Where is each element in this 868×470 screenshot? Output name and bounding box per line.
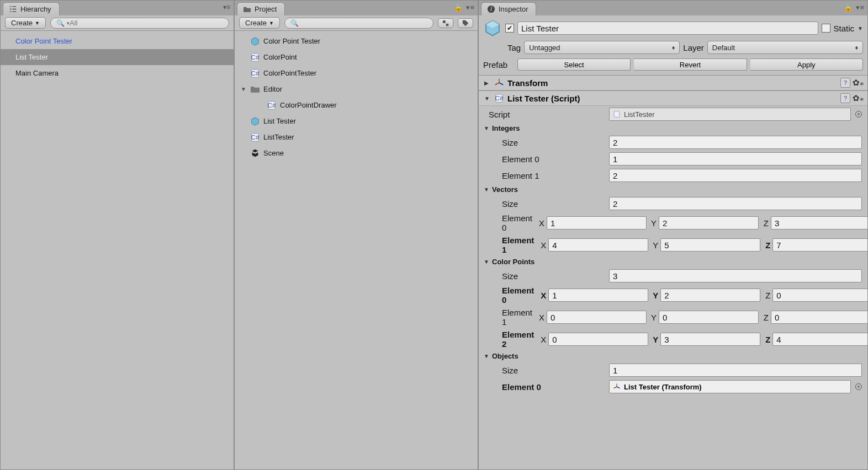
gameobject-name-input[interactable] [517, 22, 818, 35]
objects-el0-field[interactable]: List Tester (Transform) [609, 380, 851, 393]
vectors-size-input[interactable] [609, 197, 862, 210]
integers-foldout[interactable]: ▼ Integers [479, 122, 867, 134]
prefab-revert-button[interactable]: Revert [634, 58, 747, 71]
integers-el0-input[interactable] [609, 152, 862, 165]
script-component-header[interactable]: ▼ C# List Tester (Script) ? ✿⁎ [479, 91, 867, 106]
help-icon[interactable]: ? [840, 78, 850, 88]
dropdown-caret-icon: ♦ [855, 44, 858, 51]
vec1-x-input[interactable] [548, 238, 648, 252]
csharp-script-icon: C# [250, 68, 261, 79]
unity-scene-icon [250, 148, 261, 159]
y-label: Y [649, 218, 657, 228]
objects-size-input[interactable] [609, 364, 862, 377]
size-label: Size [489, 366, 605, 375]
project-search-input[interactable] [301, 19, 427, 27]
vec1-z-input[interactable] [772, 238, 867, 252]
svg-text:i: i [490, 5, 492, 13]
tag-label: Tag [507, 43, 521, 52]
transform-component: ▶ Transform ? ✿⁎ [479, 75, 867, 90]
hierarchy-panel: Hierarchy ▾≡ Create ▼ 🔍 ▾ Color Point Te… [0, 0, 234, 470]
project-search[interactable]: 🔍 [284, 18, 433, 29]
cp1-y-input[interactable] [659, 311, 759, 324]
element-label: Element 0 [489, 382, 605, 392]
project-item-label: ListTester [263, 133, 294, 141]
project-item[interactable]: C# ColorPoint [235, 49, 478, 65]
folder-icon [243, 5, 251, 13]
colorpoints-foldout[interactable]: ▼ Color Points [479, 256, 867, 268]
lock-icon[interactable]: 🔒 [454, 3, 463, 12]
settings-gear-icon[interactable]: ✿⁎ [853, 78, 864, 88]
gameobject-icon[interactable] [483, 19, 502, 38]
filter-by-type-button[interactable] [438, 18, 453, 28]
object-picker-icon[interactable] [855, 383, 862, 390]
hierarchy-create-button[interactable]: Create ▼ [5, 17, 46, 29]
object-picker-icon[interactable] [855, 111, 862, 118]
objects-foldout[interactable]: ▼ Objects [479, 350, 867, 362]
project-item[interactable]: C# ColorPointTester [235, 65, 478, 81]
cp1-z-input[interactable] [771, 311, 867, 324]
project-item[interactable]: Color Point Tester [235, 33, 478, 49]
foldout-open-icon[interactable]: ▼ [484, 95, 491, 102]
active-checkbox[interactable]: ✔ [505, 24, 514, 33]
filter-by-label-button[interactable] [458, 18, 473, 28]
static-dropdown-caret-icon[interactable]: ▼ [858, 25, 863, 31]
project-create-button[interactable]: Create ▼ [239, 17, 280, 29]
integers-size-input[interactable] [609, 136, 862, 149]
list-tester-script-component: ▼ C# List Tester (Script) ? ✿⁎ Script Li… [479, 90, 867, 395]
cp2-x-input[interactable] [548, 333, 648, 346]
z-label: Z [763, 241, 770, 250]
panel-menu-icon[interactable]: ▾≡ [466, 3, 474, 12]
inspector-tab[interactable]: i Inspector [481, 2, 536, 15]
help-icon[interactable]: ? [840, 93, 850, 103]
vec0-z-input[interactable] [771, 216, 867, 229]
z-label: Z [761, 313, 769, 322]
prefab-row: Prefab Select Revert Apply [479, 55, 867, 75]
hierarchy-search-input[interactable] [70, 19, 223, 27]
vec1-y-input[interactable] [660, 238, 760, 252]
prefab-icon [250, 116, 261, 127]
element-label: Element 0 [489, 213, 532, 232]
search-icon: 🔍 [56, 19, 65, 27]
hierarchy-item-label: Main Camera [15, 69, 59, 77]
vec0-x-input[interactable] [547, 216, 647, 229]
integers-el1-input[interactable] [609, 169, 862, 182]
hierarchy-tab-bar: Hierarchy ▾≡ [1, 1, 234, 15]
transform-header[interactable]: ▶ Transform ? ✿⁎ [479, 76, 867, 90]
layer-dropdown[interactable]: Default♦ [707, 41, 863, 54]
cp0-y-input[interactable] [660, 289, 760, 302]
hierarchy-item-color-point-tester[interactable]: Color Point Tester [1, 33, 234, 49]
cp0-z-input[interactable] [772, 289, 867, 302]
tag-dropdown[interactable]: Untagged♦ [524, 41, 680, 54]
project-tab[interactable]: Project [237, 2, 285, 15]
svg-rect-14 [614, 111, 620, 117]
project-item[interactable]: C# ColorPointDrawer [235, 97, 478, 113]
cp1-x-input[interactable] [547, 311, 647, 324]
settings-gear-icon[interactable]: ✿⁎ [853, 93, 864, 103]
project-item-folder-editor[interactable]: ▼ Editor [235, 81, 478, 97]
project-item[interactable]: Scene [235, 145, 478, 161]
panel-menu-icon[interactable]: ▾≡ [856, 3, 864, 12]
static-checkbox[interactable] [822, 24, 830, 33]
colorpoints-size-input[interactable] [609, 269, 862, 282]
foldout-closed-icon[interactable]: ▶ [484, 80, 491, 86]
vectors-foldout[interactable]: ▼ Vectors [479, 184, 867, 195]
hierarchy-search[interactable]: 🔍 ▾ [50, 18, 229, 29]
lock-icon[interactable]: 🔒 [844, 3, 853, 12]
hierarchy-item-main-camera[interactable]: Main Camera [1, 65, 234, 81]
hierarchy-tab[interactable]: Hierarchy [3, 2, 60, 15]
script-label: Script [489, 110, 605, 119]
element-label: Element 1 [489, 171, 605, 180]
project-item[interactable]: C# ListTester [235, 129, 478, 145]
prefab-apply-button[interactable]: Apply [750, 58, 863, 71]
project-item[interactable]: List Tester [235, 113, 478, 129]
prefab-select-button[interactable]: Select [517, 58, 631, 71]
hierarchy-item-list-tester[interactable]: List Tester [1, 49, 234, 65]
script-object-field[interactable]: ListTester [609, 108, 851, 121]
size-label: Size [489, 271, 605, 281]
panel-menu-icon[interactable]: ▾≡ [223, 3, 230, 11]
cp2-y-input[interactable] [660, 333, 760, 346]
cp2-z-input[interactable] [772, 333, 867, 346]
vec0-y-input[interactable] [659, 216, 759, 229]
cp0-x-input[interactable] [548, 289, 648, 302]
foldout-open-icon[interactable]: ▼ [240, 86, 247, 92]
